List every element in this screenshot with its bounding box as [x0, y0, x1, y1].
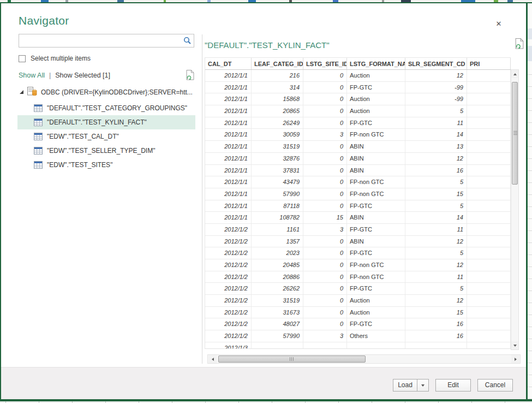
table-cell: 2012/1/1	[205, 153, 252, 164]
table-cell	[467, 271, 511, 283]
table-cell: 2012/1/2	[205, 224, 252, 235]
table-cell	[252, 342, 303, 349]
gridline	[528, 363, 532, 363]
table-cell: 0	[303, 200, 347, 212]
table-cell: 2012/1/2	[205, 318, 252, 330]
table-cell: 57990	[252, 330, 303, 342]
tree-item-2[interactable]: "EDW"."TEST_CAL_DT"	[17, 129, 195, 144]
table-cell: FP-GTC	[347, 247, 405, 259]
table-cell	[467, 165, 511, 176]
table-cell	[467, 129, 511, 140]
table-cell	[467, 200, 511, 212]
table-row: 2012/1/110878215ABIN14	[205, 212, 511, 224]
table-cell: 0	[303, 117, 347, 129]
expander-icon[interactable]	[19, 88, 24, 96]
load-button[interactable]: Load	[393, 379, 417, 392]
edit-button[interactable]: Edit	[435, 379, 471, 392]
scroll-right-icon[interactable]	[511, 355, 519, 363]
table-cell: 108782	[252, 212, 303, 223]
horizontal-scrollbar[interactable]	[207, 354, 521, 364]
table-cell: 0	[303, 70, 347, 81]
table-cell: 13	[405, 141, 467, 152]
table-cell: 31519	[252, 141, 303, 152]
vertical-scrollbar[interactable]	[511, 69, 519, 350]
table-cell	[467, 330, 511, 342]
table-cell: 20485	[252, 259, 303, 271]
panel-divider	[202, 34, 202, 364]
load-dropdown-button[interactable]	[417, 379, 429, 392]
table-cell	[405, 342, 467, 349]
table-cell: Auction	[347, 105, 405, 117]
table-cell: 12	[405, 153, 467, 164]
table-cell: 0	[303, 271, 347, 283]
sheet-fragment	[528, 28, 532, 39]
scroll-up-icon[interactable]	[511, 70, 518, 78]
tree-item-1[interactable]: "DEFAULT"."TEST_KYLIN_FACT"	[17, 115, 195, 129]
table-cell: 26249	[252, 117, 303, 129]
select-multiple-checkbox[interactable]	[19, 55, 26, 62]
table-cell: 16	[405, 330, 467, 342]
table-cell: 2012/1/1	[205, 212, 252, 223]
table-cell: 2012/1/1	[205, 129, 252, 140]
show-selected-link[interactable]: Show Selected [1]	[55, 72, 110, 79]
table-cell: 3	[303, 129, 347, 140]
tree-item-3[interactable]: "EDW"."TEST_SELLER_TYPE_DIM"	[17, 144, 195, 158]
table-row: 2012/1/1328760ABIN12	[205, 153, 511, 165]
column-header-lstg_site_id: LSTG_SITE_ID	[303, 58, 347, 69]
refresh-icon[interactable]	[186, 70, 194, 82]
gridline	[528, 74, 532, 75]
table-cell	[467, 283, 511, 294]
table-cell: Others	[347, 330, 405, 342]
navigator-dialog: ✕ Navigator Select multiple items Show A…	[1, 3, 526, 399]
gridline	[528, 254, 532, 255]
search-icon[interactable]	[183, 37, 192, 47]
table-cell: Auction	[347, 93, 405, 105]
gridline	[528, 122, 532, 123]
gridline	[528, 86, 532, 87]
show-all-link[interactable]: Show All	[19, 72, 45, 79]
gridline	[528, 327, 532, 327]
cancel-button[interactable]: Cancel	[477, 379, 513, 392]
table-cell: 2023	[252, 247, 303, 259]
scroll-down-icon[interactable]	[511, 341, 518, 349]
gridline	[528, 146, 532, 147]
table-cell: 57990	[252, 188, 303, 200]
gridline	[528, 206, 532, 207]
table-row: 2012/1/213570ABIN12	[205, 236, 511, 248]
gridline	[528, 218, 532, 219]
sheet-fragment	[528, 46, 532, 61]
table-cell: ABIN	[347, 141, 405, 152]
tree-item-0[interactable]: "DEFAULT"."TEST_CATEGORY_GROUPINGS"	[17, 101, 195, 115]
table-row: 2012/1/211613FP-GTC11	[205, 224, 511, 236]
tree-item-4[interactable]: "EDW"."TEST_SITES"	[17, 158, 195, 172]
table-cell: 87118	[252, 200, 303, 212]
scroll-left-icon[interactable]	[208, 355, 217, 363]
tree-item-label: "EDW"."TEST_CAL_DT"	[47, 133, 119, 140]
gridline	[528, 387, 532, 387]
table-cell: 2012/1/1	[205, 188, 252, 200]
table-cell	[347, 342, 405, 349]
table-cell: ABIN	[347, 165, 405, 176]
table-cell: 0	[303, 283, 347, 294]
close-icon[interactable]: ✕	[493, 19, 505, 29]
table-cell: 15	[405, 188, 467, 200]
gridline	[528, 134, 532, 135]
table-cell: 0	[303, 141, 347, 152]
vertical-scrollbar-thumb[interactable]	[512, 82, 518, 185]
search-input[interactable]	[19, 34, 180, 47]
horizontal-scrollbar-thumb[interactable]	[218, 355, 366, 363]
table-cell: FP-GTC	[347, 224, 405, 235]
table-cell: FP-GTC	[347, 283, 405, 294]
tree-node-odbc[interactable]: ODBC (DRIVER={KylinODBCDriver};SERVER=ht…	[19, 86, 196, 98]
table-cell: 2012/1/1	[205, 93, 252, 105]
table-icon	[34, 147, 43, 155]
table-icon	[34, 118, 43, 126]
table-cell: 5	[405, 105, 467, 117]
table-cell: FP-GTC	[347, 200, 405, 212]
gridline	[528, 98, 532, 99]
table-cell	[467, 93, 511, 105]
table-cell	[467, 117, 511, 129]
preview-refresh-icon[interactable]	[515, 38, 524, 51]
table-cell: 2012/1/2	[205, 271, 252, 283]
table-cell: 3	[303, 330, 347, 342]
